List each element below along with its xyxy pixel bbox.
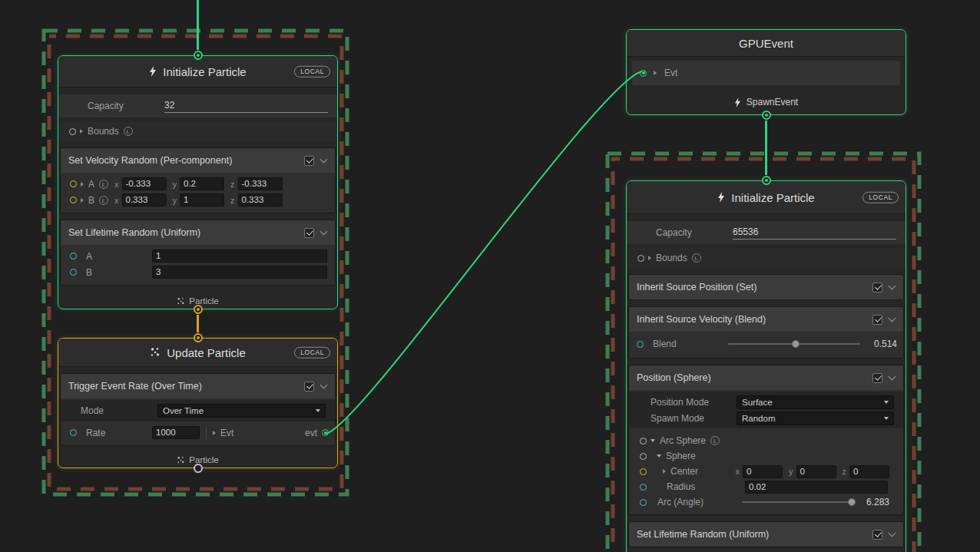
- float-port[interactable]: [637, 341, 644, 348]
- vector-port[interactable]: [70, 180, 77, 187]
- float-port[interactable]: [70, 253, 77, 259]
- collapse-chevron-icon[interactable]: [889, 530, 896, 537]
- enabled-checkbox[interactable]: [304, 156, 314, 166]
- rate-field[interactable]: 1000: [152, 426, 200, 439]
- sphere-port[interactable]: [640, 453, 647, 460]
- node-title: Initialize Particle: [731, 191, 814, 204]
- arc-port[interactable]: [640, 499, 647, 506]
- y-field[interactable]: 0.2: [180, 177, 224, 190]
- expand-arrow-icon[interactable]: [648, 256, 651, 260]
- center-x-field[interactable]: 0: [743, 465, 783, 478]
- expand-arrow-icon[interactable]: [663, 469, 666, 474]
- node-gpu-event[interactable]: GPUEvent Evt SpawnEvent: [626, 29, 906, 115]
- enabled-checkbox[interactable]: [304, 228, 314, 238]
- bounds-port[interactable]: [69, 128, 76, 135]
- collapse-chevron-icon[interactable]: [320, 228, 328, 236]
- bounds-label: Bounds: [656, 253, 687, 263]
- arc-value[interactable]: 6.283: [859, 497, 889, 507]
- particle-output-port[interactable]: [194, 305, 203, 314]
- node-initialize-particle-left[interactable]: Initialize Particle LOCAL Capacity 32 Bo…: [58, 55, 338, 309]
- vector-port[interactable]: [70, 197, 77, 203]
- position-mode-dropdown[interactable]: Surface: [737, 395, 894, 409]
- local-space-icon[interactable]: L: [99, 196, 108, 205]
- spawn-event-label: SpawnEvent: [747, 97, 798, 107]
- local-space-icon[interactable]: L: [99, 180, 108, 189]
- block-trigger-event-rate[interactable]: Trigger Event Rate (Over Time) Mode Over…: [60, 373, 336, 446]
- slider-thumb[interactable]: [792, 340, 800, 348]
- particle-output-port[interactable]: [194, 464, 203, 473]
- blend-slider[interactable]: [728, 339, 860, 349]
- radius-field[interactable]: 0.02: [745, 481, 888, 494]
- collapse-chevron-icon[interactable]: [320, 382, 328, 389]
- arc-label: Arc (Angle): [657, 497, 731, 507]
- arc-slider[interactable]: [742, 497, 853, 507]
- slider-thumb[interactable]: [848, 498, 856, 506]
- local-space-icon[interactable]: L: [692, 253, 701, 263]
- enabled-checkbox[interactable]: [872, 373, 882, 383]
- enabled-checkbox[interactable]: [872, 315, 882, 325]
- block-header: Inherit Source Position (Set): [629, 275, 903, 299]
- center-y-field[interactable]: 0: [796, 465, 836, 478]
- value-field[interactable]: 3: [152, 266, 327, 279]
- lightning-icon: [734, 98, 741, 107]
- enabled-checkbox[interactable]: [304, 382, 314, 392]
- node-initialize-particle-right[interactable]: Initialize Particle LOCAL Capacity 65536…: [626, 180, 906, 552]
- collapse-chevron-icon[interactable]: [889, 373, 896, 381]
- radius-port[interactable]: [640, 484, 647, 491]
- block-header: Trigger Event Rate (Over Time): [61, 374, 335, 398]
- axis-y-label: y: [789, 467, 793, 476]
- z-field[interactable]: 0.333: [238, 193, 283, 207]
- spawn-mode-dropdown[interactable]: Random: [737, 412, 894, 425]
- block-set-velocity-random[interactable]: Set Velocity Random (Per-component) A L …: [60, 147, 336, 213]
- center-label: Center: [670, 466, 698, 477]
- expand-arrow-icon[interactable]: [81, 198, 84, 203]
- expand-arrow-icon[interactable]: [81, 182, 84, 187]
- evt-input-port[interactable]: [640, 70, 647, 77]
- z-field[interactable]: -0.333: [238, 177, 283, 190]
- block-position-sphere[interactable]: Position (Sphere) Position Mode Surface …: [628, 365, 904, 515]
- foldout-arrow-icon[interactable]: [651, 439, 655, 442]
- capacity-field[interactable]: 32: [164, 100, 328, 113]
- collapse-chevron-icon[interactable]: [320, 156, 328, 164]
- x-field[interactable]: -0.333: [122, 177, 167, 190]
- enabled-checkbox[interactable]: [872, 530, 882, 540]
- block-inherit-source-position[interactable]: Inherit Source Position (Set): [628, 274, 904, 300]
- expand-arrow-icon[interactable]: [654, 71, 657, 75]
- foldout-arrow-icon[interactable]: [657, 454, 661, 458]
- collapse-chevron-icon[interactable]: [889, 315, 896, 322]
- float-port[interactable]: [70, 269, 77, 276]
- block-title: Inherit Source Velocity (Blend): [637, 314, 766, 325]
- y-field[interactable]: 1: [180, 193, 224, 207]
- local-space-icon[interactable]: L: [124, 127, 133, 136]
- spawn-event-output-port[interactable]: [762, 111, 771, 120]
- evt-output-port[interactable]: [322, 429, 329, 436]
- flow-input-port[interactable]: [762, 176, 771, 185]
- flow-input-port[interactable]: [194, 51, 203, 60]
- edge-evt-to-gpuevent[interactable]: [326, 71, 642, 434]
- center-z-field[interactable]: 0: [849, 465, 889, 478]
- value-field[interactable]: 1: [152, 250, 327, 263]
- vfx-graph-canvas[interactable]: Initialize Particle LOCAL Capacity 32 Bo…: [0, 0, 980, 552]
- node-update-particle[interactable]: Update Particle LOCAL Trigger Event Rate…: [58, 338, 338, 468]
- enabled-checkbox[interactable]: [872, 283, 882, 293]
- arc-sphere-port[interactable]: [640, 438, 647, 445]
- expand-arrow-icon[interactable]: [213, 431, 216, 435]
- capacity-field[interactable]: 65536: [733, 226, 896, 240]
- arc-angle-row: Arc (Angle) 6.283: [638, 494, 897, 510]
- expand-arrow-icon[interactable]: [80, 129, 83, 134]
- blend-value[interactable]: 0.514: [866, 339, 897, 349]
- float-port[interactable]: [70, 429, 77, 436]
- block-inherit-source-velocity[interactable]: Inherit Source Velocity (Blend) Blend 0.…: [628, 306, 904, 359]
- bounds-port[interactable]: [637, 255, 644, 262]
- flow-input-port[interactable]: [194, 333, 203, 342]
- mode-dropdown[interactable]: Over Time: [157, 404, 326, 418]
- block-title: Set Lifetime Random (Uniform): [68, 227, 200, 238]
- node-header: Initialize Particle LOCAL: [58, 56, 337, 88]
- collapse-chevron-icon[interactable]: [889, 283, 896, 290]
- block-set-lifetime-random[interactable]: Set Lifetime Random (Uniform): [628, 521, 904, 547]
- block-set-lifetime-random[interactable]: Set Lifetime Random (Uniform) A 1 B 3: [60, 220, 336, 286]
- local-space-icon[interactable]: L: [710, 436, 720, 445]
- axis-x-label: x: [114, 196, 119, 205]
- x-field[interactable]: 0.333: [122, 193, 167, 207]
- center-port[interactable]: [640, 468, 647, 475]
